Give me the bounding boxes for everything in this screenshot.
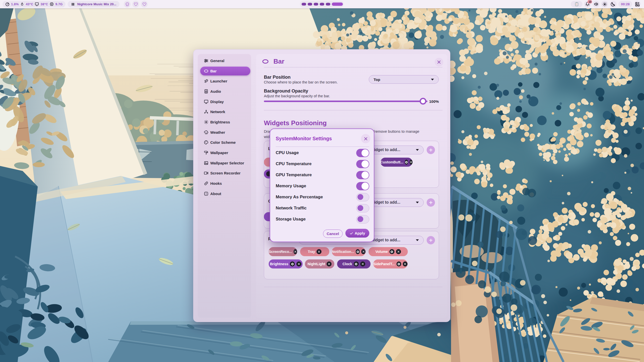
svg-text:C: C <box>576 3 578 6</box>
